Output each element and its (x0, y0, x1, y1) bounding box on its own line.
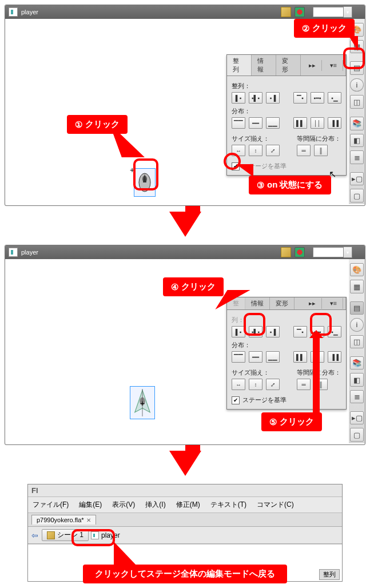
tab-transform-2[interactable]: 変形 (270, 297, 295, 309)
folder-expand-icon[interactable]: ▸▢ (350, 172, 364, 186)
align-bottom-icon[interactable]: ▪▁ (328, 326, 341, 337)
menu-command[interactable]: コマンド(C) (257, 500, 294, 510)
tab-align[interactable]: 整列 (227, 55, 252, 76)
window-title-2: player (21, 249, 38, 256)
space-vert-icon[interactable]: ═ (297, 379, 311, 390)
document-tab[interactable]: p7990yokero.fla* ✕ (31, 515, 96, 525)
align-panel: 整列 情報 変形 ▸▸▾≡ 整列： ▌▪ ▪▌▪ ▪▐ ▔▪ ▪━▪ (226, 54, 347, 176)
symbol-nav-icon[interactable] (295, 247, 305, 257)
back-arrow-icon[interactable]: ⇦ (31, 531, 38, 540)
scene-button[interactable]: シーン 1 (42, 529, 89, 541)
callout-3: ③ on 状態にする (249, 176, 331, 194)
match-both-icon[interactable]: ⤢ (266, 145, 280, 156)
scene-icon[interactable] (281, 247, 291, 257)
align-panel-icon[interactable]: ▤ (350, 61, 364, 75)
zoom-field-2[interactable]: 100% (313, 247, 344, 257)
collapsed-align-tab[interactable]: 整列 (319, 569, 340, 580)
match-both-icon[interactable]: ⤢ (266, 379, 280, 390)
dist-right-icon[interactable]: ▐▐ (328, 351, 341, 363)
dist-vcenter-icon[interactable]: ━━ (249, 117, 262, 129)
match-height-icon[interactable]: ↕ (249, 379, 262, 390)
space-vert-icon[interactable]: ═ (297, 145, 311, 156)
tab-info[interactable]: 情報 (252, 55, 276, 76)
panel-menu-icon[interactable]: ▾≡ (324, 60, 343, 71)
tab-transform[interactable]: 変形 (276, 55, 301, 76)
swatches-icon[interactable]: ▦ (350, 280, 364, 293)
menu-modify[interactable]: 修正(M) (176, 500, 200, 510)
align-top-icon[interactable]: ▔▪ (293, 92, 307, 104)
menu-insert[interactable]: 挿入(I) (145, 500, 165, 510)
callout-1: ① クリック (67, 115, 128, 134)
align-hcenter-icon[interactable]: ▪▌▪ (249, 326, 262, 337)
zoom-dropdown[interactable]: ▾ (344, 6, 352, 18)
dist-bottom-icon[interactable]: ▁▁ (266, 351, 280, 363)
bars-icon[interactable]: ≣ (350, 390, 364, 403)
dist-left-icon[interactable]: ▌▌ (293, 351, 307, 363)
align-left-icon[interactable]: ▌▪ (232, 326, 245, 337)
callout-1-num: ① (75, 120, 82, 130)
menu-text[interactable]: テキスト(T) (210, 500, 246, 510)
selection-box[interactable] (134, 168, 156, 197)
align-right-icon[interactable]: ▪▐ (266, 326, 280, 337)
menu-view[interactable]: 表示(V) (112, 500, 135, 510)
info-icon[interactable]: i (350, 318, 364, 331)
menu-file[interactable]: ファイル(F) (33, 500, 69, 510)
callout-2: ② クリック (294, 19, 355, 38)
dist-right-icon[interactable]: ▐▐ (328, 117, 341, 129)
scene-icon[interactable] (281, 7, 291, 17)
callout-4-num: ④ (171, 282, 178, 292)
menu-edit[interactable]: 編集(E) (79, 500, 102, 510)
label-distribute-2: 分布： (232, 341, 341, 349)
panel-menu-icon[interactable]: ▾≡ (324, 298, 343, 309)
callout-4: ④ クリック (163, 277, 224, 296)
zoom-field[interactable]: 100% (313, 7, 344, 17)
panel-expand-icon[interactable]: ▸▸ (303, 60, 322, 71)
align-vcenter-icon[interactable]: ▪━▪ (311, 92, 324, 104)
align-left-icon[interactable]: ▌▪ (232, 92, 245, 104)
symbol-icon (9, 248, 18, 257)
dist-left-icon[interactable]: ▌▌ (293, 117, 307, 129)
match-width-icon[interactable]: ↔ (232, 145, 245, 156)
align-right-icon[interactable]: ▪▐ (266, 92, 280, 104)
library-icon[interactable]: 📚 (350, 356, 364, 370)
folder-expand-icon[interactable]: ▸▢ (350, 411, 364, 424)
tab-info-2[interactable]: 情報 (245, 297, 270, 309)
dist-top-icon[interactable]: ▔▔ (232, 351, 245, 363)
bars-icon[interactable]: ≣ (350, 150, 364, 164)
dist-vcenter-icon[interactable]: ━━ (249, 351, 262, 363)
zoom-dropdown-2[interactable]: ▾ (344, 247, 352, 258)
transform-icon[interactable]: ◫ (350, 335, 364, 348)
transform-icon[interactable]: ◫ (350, 95, 364, 109)
space-horiz-icon[interactable]: ║ (314, 145, 328, 156)
cube-icon[interactable]: ◧ (350, 134, 364, 148)
symbol-nav-icon[interactable] (295, 7, 305, 17)
align-hcenter-icon[interactable]: ▪▌▪ (249, 92, 262, 104)
callout-5: ⑤ クリック (261, 412, 322, 431)
close-tab-icon[interactable]: ✕ (86, 517, 91, 523)
callout-5-tail-tip (309, 330, 323, 338)
label-align-2: 列： (232, 316, 341, 324)
dist-hcenter-icon[interactable]: ││ (311, 117, 324, 129)
match-width-icon[interactable]: ↔ (232, 379, 245, 390)
align-panel-icon[interactable]: ▤ (350, 301, 364, 315)
info-icon[interactable]: i (350, 78, 364, 92)
callout-2-tail (349, 36, 358, 51)
document-tab-strip: p7990yokero.fla* ✕ (28, 513, 342, 527)
breadcrumb-symbol[interactable]: player (101, 531, 120, 539)
collapse-icon[interactable]: ▢ (350, 189, 364, 202)
align-bottom-icon[interactable]: ▪▁ (328, 92, 341, 104)
title-bar: player 100% ▾ (5, 5, 365, 19)
collapse-icon[interactable]: ▢ (350, 428, 364, 441)
color-picker-icon[interactable]: 🎨 (350, 263, 364, 276)
match-height-icon[interactable]: ↕ (249, 145, 262, 156)
panel-expand-icon[interactable]: ▸▸ (303, 298, 322, 309)
dist-bottom-icon[interactable]: ▁▁ (266, 117, 280, 129)
library-icon[interactable]: 📚 (350, 117, 364, 130)
cube-icon[interactable]: ◧ (350, 373, 364, 386)
title-bar-2: player 100% ▾ (5, 245, 365, 259)
scene-clapper-icon (47, 531, 55, 539)
dist-top-icon[interactable]: ▔▔ (232, 117, 245, 129)
align-top-icon[interactable]: ▔▪ (293, 326, 307, 337)
callout-3-tail (236, 164, 253, 177)
stage-checkbox-2[interactable]: ✔ (232, 396, 240, 404)
